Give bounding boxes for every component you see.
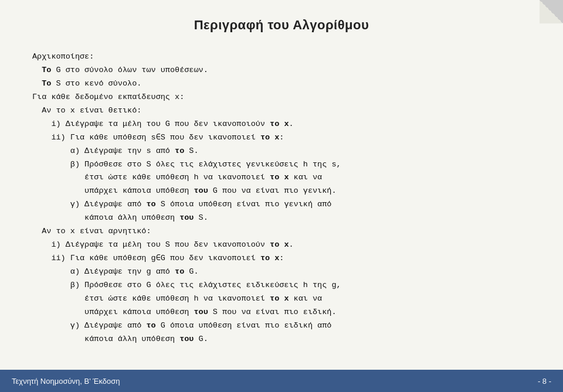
line-13: κάποια άλλη υπόθεση του S. bbox=[32, 212, 531, 225]
line-12: γ) Διέγραψε από το S όποια υπόθεση είναι… bbox=[32, 198, 531, 212]
footer-page: - 8 - bbox=[538, 377, 551, 386]
line-14: Αν το x είναι αρνητικό: bbox=[32, 225, 531, 238]
page-title: Περιγραφή του Αλγορίθμου bbox=[0, 0, 563, 45]
line-1: Αρχικοποίησε: bbox=[32, 50, 531, 64]
line-7: ii) Για κάθε υπόθεση s∈S που δεν ικανοπο… bbox=[32, 131, 531, 145]
line-17: α) Διέγραψε την g από το G. bbox=[32, 265, 531, 279]
line-10: έτσι ώστε κάθε υπόθεση h να ικανοποιεί τ… bbox=[32, 171, 531, 185]
line-8: α) Διέγραψε την s από το S. bbox=[32, 145, 531, 158]
line-20: υπάρχει κάποια υπόθεση του S που να είνα… bbox=[32, 306, 531, 319]
footer: Τεχνητή Νοημοσύνη, Β' Έκδοση - 8 - bbox=[0, 370, 563, 392]
line-16: ii) Για κάθε υπόθεση g∈G που δεν ικανοπο… bbox=[32, 252, 531, 265]
line-15: i) Διέγραψε τα μέλη του S που δεν ικανοπ… bbox=[32, 238, 531, 252]
page-container: Περιγραφή του Αλγορίθμου Αρχικοποίησε: Τ… bbox=[0, 0, 563, 392]
line-21: γ) Διέγραψε από το G όποια υπόθεση είναι… bbox=[32, 319, 531, 333]
line-11: υπάρχει κάποια υπόθεση του G που να είνα… bbox=[32, 185, 531, 198]
line-5: Αν το x είναι θετικό: bbox=[32, 104, 531, 118]
line-4: Για κάθε δεδομένο εκπαίδευσης x: bbox=[32, 91, 531, 104]
line-3: Το S στο κενό σύνολο. bbox=[32, 77, 531, 91]
line-9: β) Πρόσθεσε στο S όλες τις ελάχιστες γεν… bbox=[32, 158, 531, 172]
line-2: Το G στο σύνολο όλων των υποθέσεων. bbox=[32, 64, 531, 77]
footer-title: Τεχνητή Νοημοσύνη, Β' Έκδοση bbox=[12, 377, 120, 386]
corner-fold bbox=[540, 0, 563, 23]
line-6: i) Διέγραψε τα μέλη του G που δεν ικανοπ… bbox=[32, 118, 531, 131]
line-19: έτσι ώστε κάθε υπόθεση h να ικανοποιεί τ… bbox=[32, 292, 531, 306]
line-22: κάποια άλλη υπόθεση του G. bbox=[32, 333, 531, 346]
line-18: β) Πρόσθεσε στο G όλες τις ελάχιστες ειδ… bbox=[32, 279, 531, 292]
content-area: Αρχικοποίησε: Το G στο σύνολο όλων των υ… bbox=[0, 45, 563, 392]
